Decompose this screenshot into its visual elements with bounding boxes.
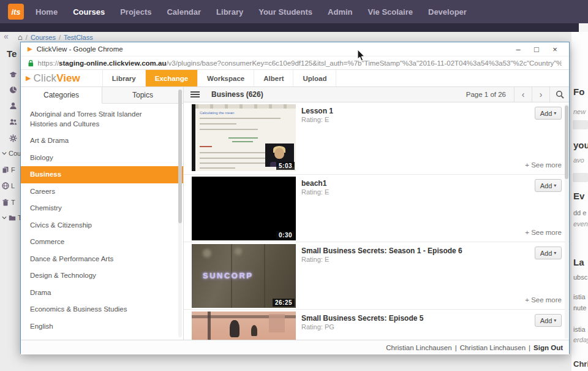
category-item-careers[interactable]: Careers	[21, 183, 183, 201]
expand-arrow-icon[interactable]: ▸	[24, 339, 26, 340]
search-icon[interactable]	[550, 87, 569, 102]
category-item-aboriginal-and-torres-strait-islander-histories-and-cultures[interactable]: Aboriginal and Torres Strait Islander Hi…	[21, 106, 183, 132]
category-item-english[interactable]: English	[21, 318, 183, 335]
sidebar-tree-label: Cou	[9, 150, 21, 157]
sidebar-tree-item-t[interactable]: T	[2, 214, 22, 221]
nav-item-vie-scolaire[interactable]: Vie Scolaire	[368, 7, 413, 17]
sidebar-tree-item-cou[interactable]: Cou	[2, 150, 21, 157]
breadcrumb-link-testclass[interactable]: TestClass	[64, 34, 93, 41]
category-item-biology[interactable]: Biology	[21, 150, 183, 167]
clickview-favicon: ▶	[28, 46, 32, 52]
category-item-commerce[interactable]: Commerce	[21, 234, 183, 251]
thumbnail-text-line	[232, 141, 253, 142]
url-text[interactable]: https://staging-online.clickview.com.au/…	[38, 59, 562, 67]
video-thumbnail[interactable]: Calculating the mean5:03	[192, 104, 296, 171]
address-bar[interactable]: https://staging-online.clickview.com.au/…	[21, 56, 569, 70]
category-item-feature-films[interactable]: ▸Feature Films	[21, 335, 183, 340]
close-button[interactable]: ×	[546, 42, 564, 56]
see-more-link[interactable]: + See more	[525, 296, 562, 304]
chevron-down-icon	[2, 150, 7, 157]
grad-cap-icon[interactable]	[9, 71, 17, 79]
nav-item-home[interactable]: Home	[36, 7, 58, 17]
video-title[interactable]: Small Business Secrets: Episode 5	[301, 314, 423, 323]
nav-item-library[interactable]: Library	[216, 7, 243, 17]
add-button[interactable]: Add▾	[535, 314, 562, 327]
its-logo[interactable]: its	[8, 4, 24, 20]
category-scrollbar-thumb[interactable]	[178, 90, 182, 223]
category-item-drama[interactable]: Drama	[21, 285, 183, 302]
video-row[interactable]: SUNCORP26:25Small Business Secrets: Seas…	[184, 242, 569, 310]
category-item-civics-citizenship[interactable]: Civics & Citizenship	[21, 217, 183, 234]
next-page-button[interactable]: ›	[532, 87, 550, 102]
sign-out-link[interactable]: Sign Out	[533, 344, 563, 351]
prev-page-button[interactable]: ‹	[514, 87, 532, 102]
category-item-art-drama[interactable]: Art & Drama	[21, 132, 183, 150]
sidebar-tree-item-l[interactable]: L	[2, 182, 15, 189]
user-icon[interactable]	[9, 102, 17, 110]
menu-icon[interactable]	[190, 90, 200, 99]
category-item-economics-business-studies[interactable]: Economics & Business Studies	[21, 301, 183, 318]
nav-item-your-students[interactable]: Your Students	[258, 7, 312, 17]
add-button[interactable]: Add▾	[535, 179, 562, 192]
add-button-label: Add	[540, 250, 552, 257]
trash-icon	[2, 199, 9, 206]
results-title: Business (626)	[211, 90, 263, 99]
video-thumbnail[interactable]: SUNCORP26:25	[192, 244, 296, 308]
nav-item-admin[interactable]: Admin	[328, 7, 352, 17]
video-thumbnail[interactable]	[192, 312, 296, 340]
video-row[interactable]: Small Business Secrets: Episode 5Rating:…	[184, 310, 569, 340]
nav-item-developer[interactable]: Developer	[428, 7, 467, 17]
video-title[interactable]: beach1	[301, 179, 326, 188]
app-tab-exchange[interactable]: Exchange	[146, 70, 198, 86]
video-title[interactable]: Lesson 1	[301, 107, 333, 115]
add-button[interactable]: Add▾	[535, 247, 562, 259]
sidebar-tree-label: F	[11, 166, 15, 174]
duration-badge: 26:25	[273, 299, 295, 307]
breadcrumb-link-courses[interactable]: Courses	[31, 34, 56, 41]
category-item-design-technology[interactable]: Design & Technology	[21, 267, 183, 285]
breadcrumb-links: /Courses/TestClass	[26, 34, 93, 41]
gear-icon[interactable]	[9, 134, 17, 142]
video-row[interactable]: 0:30beach1Rating: EAdd▾+ See more	[184, 175, 569, 242]
app-tab-library[interactable]: Library	[102, 70, 146, 86]
tab-topics[interactable]: Topics	[102, 87, 183, 103]
nav-item-calendar[interactable]: Calendar	[167, 7, 201, 17]
pie-chart-icon[interactable]	[9, 86, 17, 94]
video-list-scrollbar[interactable]	[565, 104, 568, 338]
clickview-logo[interactable]: ▶ ClickView	[21, 70, 89, 86]
suncorp-neon-sign: SUNCORP	[203, 271, 254, 280]
see-more-link[interactable]: + See more	[525, 229, 562, 236]
right-panel-text-fragment: new	[573, 108, 586, 115]
sidebar-tree-item-f[interactable]: F	[2, 166, 15, 174]
video-title[interactable]: Small Business Secrets: Season 1 - Episo…	[301, 247, 462, 255]
app-tab-upload[interactable]: Upload	[293, 70, 336, 86]
users-icon[interactable]	[9, 118, 17, 126]
nav-item-projects[interactable]: Projects	[120, 7, 151, 17]
app-tab-albert[interactable]: Albert	[254, 70, 293, 86]
clickview-popup-window: ▶ ClickView - Google Chrome – □ × https:…	[20, 42, 570, 354]
add-button[interactable]: Add▾	[535, 107, 562, 120]
category-scrollbar[interactable]	[178, 90, 182, 337]
thumbnail-text-line	[200, 146, 212, 147]
video-thumbnail[interactable]: 0:30	[192, 177, 296, 240]
chevron-down-icon: ▾	[554, 110, 556, 116]
category-item-business[interactable]: Business	[21, 166, 183, 183]
video-rating: Rating: E	[301, 116, 329, 123]
video-row[interactable]: Calculating the mean5:03Lesson 1Rating: …	[184, 102, 569, 175]
video-list-scrollbar-thumb[interactable]	[565, 105, 568, 179]
see-more-link[interactable]: + See more	[525, 161, 562, 169]
window-titlebar[interactable]: ▶ ClickView - Google Chrome – □ ×	[21, 42, 569, 56]
maximize-button[interactable]: □	[527, 42, 546, 56]
app-tab-workspace[interactable]: Workspace	[198, 70, 254, 86]
chevron-down-icon: ▾	[554, 250, 556, 256]
results-header: Business (626) Page 1 of 26 ‹ ›	[184, 87, 569, 102]
category-label: Biology	[30, 154, 53, 161]
app-tabs: LibraryExchangeWorkspaceAlbertUpload	[102, 70, 337, 86]
nav-item-courses[interactable]: Courses	[73, 7, 105, 17]
tab-categories[interactable]: Categories	[21, 87, 102, 104]
category-item-dance-performance-arts[interactable]: Dance & Performance Arts	[21, 251, 183, 268]
sidebar-tree-item-t[interactable]: T	[2, 199, 15, 206]
category-item-chemistry[interactable]: Chemistry	[21, 200, 183, 217]
secondary-navbar	[0, 23, 579, 32]
minimize-button[interactable]: –	[509, 42, 527, 56]
